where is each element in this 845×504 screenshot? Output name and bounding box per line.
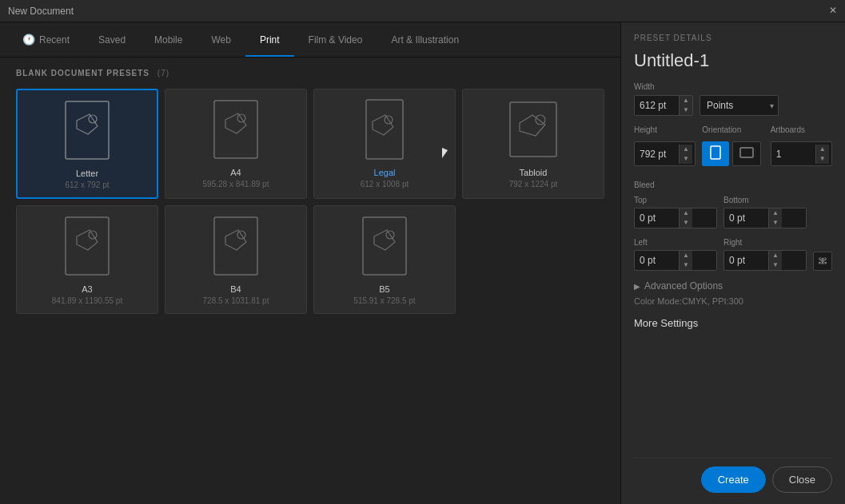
artboards-up-btn[interactable]: ▲ [816,145,829,154]
bleed-label: Bleed [634,181,832,189]
svg-rect-15 [740,148,753,157]
preset-legal[interactable]: Legal 612 x 1008 pt [313,89,456,199]
width-input[interactable] [635,96,679,115]
bleed-bottom-up[interactable]: ▲ [769,208,782,218]
preset-b5-icon [353,214,417,278]
preset-b4-icon [204,214,268,278]
height-up-btn[interactable]: ▲ [680,145,692,154]
artboards-down-btn[interactable]: ▼ [816,154,829,164]
tab-art-label: Art & Illustration [391,34,459,46]
create-button[interactable]: Create [701,466,766,493]
close-button[interactable]: Close [772,466,832,493]
preset-tabloid[interactable]: Tabloid 792 x 1224 pt [462,89,604,199]
advanced-options-toggle[interactable]: ▶ Advanced Options [634,280,832,292]
artboards-label: Artboards [771,125,832,134]
bleed-right-spinner[interactable]: ▲ ▼ [723,250,807,271]
tab-art[interactable]: Art & Illustration [377,22,473,57]
preset-a4-name: A4 [230,168,241,177]
unit-select[interactable]: Points Pixels Inches Millimeters Centime… [700,95,779,116]
bleed-left-up[interactable]: ▲ [680,251,692,260]
svg-rect-6 [510,102,556,157]
advanced-options-label: Advanced Options [644,280,723,292]
bleed-right-btns: ▲ ▼ [768,251,782,270]
chevron-right-icon: ▶ [634,282,640,291]
portrait-btn[interactable] [702,141,729,166]
tabs-bar: 🕐 Recent Saved Mobile Web Print Film & V… [0,22,620,58]
bottom-buttons: Create Close [634,458,832,493]
artboards-input[interactable] [771,145,815,164]
artboards-spinner[interactable]: ▲ ▼ [771,141,832,166]
svg-point-7 [536,115,545,125]
width-row: ▲ ▼ Points Pixels Inches Millimeters Cen… [634,95,832,116]
bleed-top-input[interactable] [635,208,679,228]
bleed-top-bottom-row: ▲ ▼ ▲ ▼ [634,208,832,228]
bleed-lr-labels: Left Right [634,238,832,247]
preset-a4[interactable]: A4 595.28 x 841.89 pt [165,89,307,199]
doc-title[interactable]: Untitled-1 [634,50,832,71]
tab-print-label: Print [260,34,280,46]
preset-tabloid-name: Tabloid [520,168,548,177]
bleed-top-spinner[interactable]: ▲ ▼ [634,208,717,228]
link-bleed-btn[interactable] [813,252,832,271]
bleed-top-label: Top [634,196,717,204]
right-panel: PRESET DETAILS Untitled-1 Width ▲ ▼ Poin… [621,22,845,504]
bleed-left-input[interactable] [635,251,679,270]
preset-a4-dims: 595.28 x 841.89 pt [203,180,269,189]
bleed-left-btns: ▲ ▼ [679,251,692,270]
tab-recent[interactable]: 🕐 Recent [8,22,84,57]
preset-tabloid-dims: 792 x 1224 pt [509,180,558,189]
bleed-top-up[interactable]: ▲ [680,208,692,218]
tab-mobile[interactable]: Mobile [140,22,197,57]
bleed-left-spinner[interactable]: ▲ ▼ [634,250,717,271]
presets-section: BLANK DOCUMENT PRESETS (7) Letter 612 x … [0,58,620,504]
preset-b4[interactable]: B4 728.5 x 1031.81 pt [165,205,307,314]
height-label: Height [634,125,696,134]
tab-web[interactable]: Web [197,22,245,57]
bleed-top-btns: ▲ ▼ [679,208,692,228]
bleed-right-input[interactable] [724,251,768,270]
preset-a4-icon [204,97,268,161]
preset-b5-dims: 515.91 x 728.5 pt [353,296,415,305]
width-down-btn[interactable]: ▼ [680,105,692,115]
width-up-btn[interactable]: ▲ [680,96,692,105]
preset-a3-name: A3 [82,284,92,294]
bleed-top-down[interactable]: ▼ [680,218,692,228]
preset-b5[interactable]: B5 515.91 x 728.5 pt [313,205,456,314]
preset-legal-dims: 612 x 1008 pt [361,180,409,189]
bleed-right-up[interactable]: ▲ [769,251,782,260]
svg-rect-4 [366,100,403,159]
bleed-bottom-spinner[interactable]: ▲ ▼ [723,208,807,228]
width-spinner-btns: ▲ ▼ [679,96,692,115]
tab-saved[interactable]: Saved [84,22,140,57]
preset-a3-dims: 841.89 x 1190.55 pt [52,296,122,305]
bleed-bottom-input[interactable] [724,208,768,228]
svg-rect-0 [66,101,109,159]
bleed-lr-row: ▲ ▼ ▲ ▼ [634,250,832,271]
tab-print[interactable]: Print [245,22,294,57]
more-settings-label[interactable]: More Settings [634,317,832,329]
preset-letter-name: Letter [76,169,98,178]
orientation-label: Orientation [702,125,763,134]
height-spinner[interactable]: ▲ ▼ [634,141,696,166]
preset-details-label: PRESET DETAILS [634,34,832,42]
tab-mobile-label: Mobile [154,34,182,46]
presets-label: BLANK DOCUMENT PRESETS [16,69,149,77]
preset-letter-icon [55,98,119,162]
bleed-bottom-down[interactable]: ▼ [769,218,782,228]
bleed-top-bottom-labels: Top Bottom [634,196,832,204]
landscape-btn[interactable] [732,141,761,166]
bleed-right-down[interactable]: ▼ [769,260,782,270]
bleed-right-label: Right [723,238,807,247]
width-spinner[interactable]: ▲ ▼ [634,95,693,116]
height-input[interactable] [635,145,679,164]
svg-rect-14 [711,146,720,159]
preset-a3[interactable]: A3 841.89 x 1190.55 pt [16,205,158,314]
preset-letter[interactable]: Letter 612 x 792 pt [16,89,158,199]
preset-legal-name: Legal [374,168,396,177]
height-down-btn[interactable]: ▼ [680,154,692,164]
tab-film-label: Film & Video [309,34,363,46]
tab-film[interactable]: Film & Video [294,22,377,57]
close-icon[interactable]: ✕ [829,5,837,16]
bleed-left-down[interactable]: ▼ [680,260,692,270]
tab-recent-label: Recent [39,34,70,46]
